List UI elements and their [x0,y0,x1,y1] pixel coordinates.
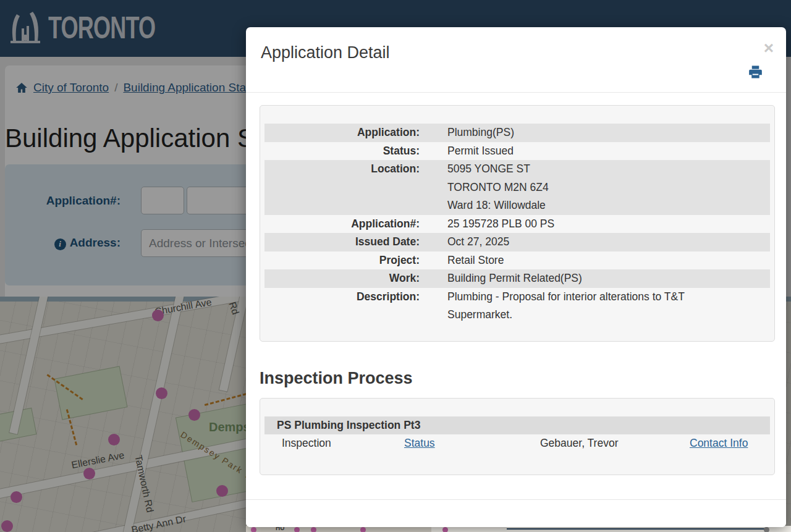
application-detail-table: Application: Plumbing(PS) Status: Permit… [260,105,775,342]
contact-info-link[interactable]: Contact Info [690,437,748,449]
modal-footer [246,499,786,527]
inspection-process-heading: Inspection Process [260,369,786,388]
detail-value: Plumbing - Proposal for interior alterat… [420,288,741,324]
map-marker [251,527,256,532]
detail-row-location: Location: 5095 YONGE ST TORONTO M2N 6Z4 … [264,160,770,215]
map-marker [294,527,300,532]
detail-value: Retail Store [420,251,504,270]
detail-label: Status: [264,142,420,161]
detail-row-project: Project: Retail Store [264,251,770,270]
detail-value: Plumbing(PS) [420,124,514,142]
application-status-page: TORONTO City of Toronto / Building Appli… [0,0,791,532]
inspection-row: Inspection Status Gebauer, Trevor Contac… [264,434,770,453]
detail-row-status: Status: Permit Issued [264,142,770,161]
detail-row-work: Work: Building Permit Related(PS) [264,269,770,288]
inspection-type: Inspection [264,434,404,453]
inspector-name: Gebauer, Trevor [540,434,690,453]
location-line: 5095 YONGE ST [447,160,549,179]
detail-label: Project: [264,251,420,270]
detail-label: Location: [264,160,420,215]
inspection-table: PS Plumbing Inspection Pt3 Inspection St… [260,398,775,476]
detail-label: Description: [264,288,420,324]
location-line: TORONTO M2N 6Z4 [447,179,549,197]
detail-label: Work: [264,269,420,288]
detail-row-description: Description: Plumbing - Proposal for int… [264,288,770,324]
detail-value: Building Permit Related(PS) [420,269,582,288]
close-icon[interactable]: × [764,40,774,57]
map-marker [311,527,316,532]
modal-header: Application Detail × [246,27,786,93]
map-marker [764,527,769,532]
detail-row-application: Application: Plumbing(PS) [264,124,770,142]
location-line: Ward 18: Willowdale [447,196,549,215]
detail-label: Application: [264,124,420,142]
inspection-group-title: PS Plumbing Inspection Pt3 [264,416,770,434]
detail-label: Application#: [264,215,420,234]
application-detail-modal: Application Detail × Application: Plumbi… [246,27,786,527]
modal-title: Application Detail [261,43,390,62]
detail-value: Permit Issued [420,142,514,161]
detail-row-application-number: Application#: 25 195728 PLB 00 PS [264,215,770,234]
map-marker [360,527,366,532]
detail-row-issued-date: Issued Date: Oct 27, 2025 [264,233,770,251]
map-strip-road [507,528,766,530]
map-marker [442,527,448,532]
inspection-status-link[interactable]: Status [404,437,435,449]
detail-value: Oct 27, 2025 [420,233,509,251]
detail-label: Issued Date: [264,233,420,251]
detail-value: 25 195728 PLB 00 PS [420,215,554,234]
detail-value: 5095 YONGE ST TORONTO M2N 6Z4 Ward 18: W… [420,160,549,215]
print-icon[interactable] [748,65,763,81]
